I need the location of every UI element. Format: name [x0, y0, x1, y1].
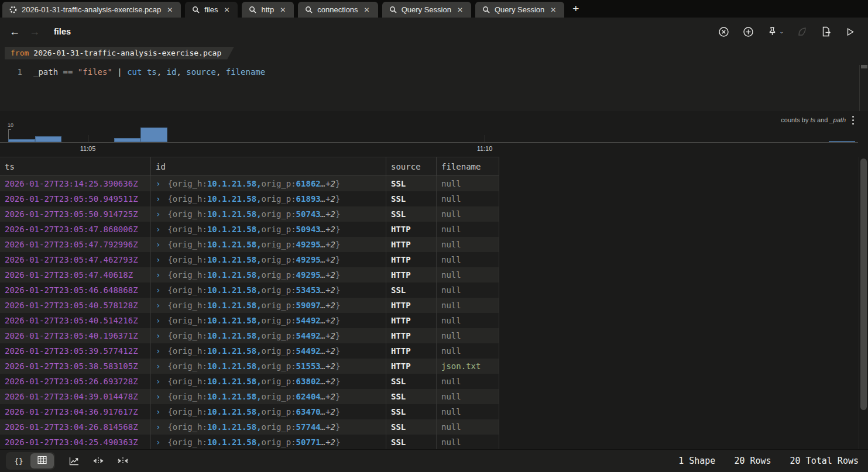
table-scrollbar[interactable] [859, 157, 868, 449]
expand-record-icon[interactable]: › [156, 407, 160, 416]
table-row[interactable]: 2026-01-27T23:04:39.014478Z › {orig_h: 1… [0, 389, 499, 404]
id-ip-value: 10.1.21.58, [207, 392, 262, 401]
table-row[interactable]: 2026-01-27T23:05:50.949511Z › {orig_h: 1… [0, 191, 499, 206]
id-ip-value: 10.1.21.58, [207, 407, 262, 416]
histogram-bar[interactable] [35, 136, 61, 142]
tab-close-icon[interactable]: ✕ [222, 5, 231, 15]
id-port-value: 62404 [296, 392, 321, 401]
ts-cell: 2026-01-27T23:14:25.390636Z [0, 176, 151, 191]
expand-columns-icon[interactable] [93, 457, 104, 465]
id-cell: › {orig_h: 10.1.21.58, orig_p: 49295 …+2… [151, 237, 386, 252]
expand-record-icon[interactable]: › [156, 301, 160, 310]
chart-menu-icon[interactable] [849, 116, 856, 125]
expand-record-icon[interactable]: › [156, 209, 160, 219]
expand-record-icon[interactable]: › [156, 422, 160, 432]
source-cell: SSL [386, 374, 437, 389]
id-orig-p-label: orig_p: [262, 194, 296, 204]
tab[interactable]: 2026-01-31-traffic-analysis-exercise.pca… [2, 2, 181, 18]
tab-close-icon[interactable]: ✕ [279, 5, 287, 15]
export-results-icon[interactable] [821, 26, 832, 37]
table-scrollbar-thumb[interactable] [860, 159, 867, 410]
id-orig-p-label: orig_p: [262, 407, 296, 416]
column-header-id[interactable]: id [151, 157, 386, 175]
table-row[interactable]: 2026-01-27T23:04:25.490363Z › {orig_h: 1… [0, 435, 499, 449]
json-view-button[interactable]: {} [7, 453, 30, 468]
expand-record-icon[interactable]: › [156, 377, 160, 386]
id-port-value: 50743 [296, 209, 321, 219]
cancel-query-icon[interactable] [718, 26, 729, 37]
table-row[interactable]: 2026-01-27T23:05:40.196371Z › {orig_h: 1… [0, 328, 499, 343]
filename-cell: null [437, 404, 499, 419]
table-row[interactable]: 2026-01-27T23:05:26.693728Z › {orig_h: 1… [0, 374, 499, 389]
id-close-brace: } [335, 240, 340, 249]
add-query-icon[interactable] [743, 26, 754, 37]
table-row[interactable]: 2026-01-27T23:05:40.514216Z › {orig_h: 1… [0, 313, 499, 328]
tab-close-icon[interactable]: ✕ [549, 5, 557, 15]
column-header-ts[interactable]: ts [0, 157, 151, 175]
table-row[interactable]: 2026-01-27T23:05:47.462793Z › {orig_h: 1… [0, 252, 499, 267]
expand-record-icon[interactable]: › [156, 437, 160, 447]
table-row[interactable]: 2026-01-27T23:05:39.577412Z › {orig_h: 1… [0, 343, 499, 359]
x-tick-mark [485, 135, 485, 142]
histogram-bar[interactable] [114, 138, 140, 143]
column-header-filename[interactable]: filename [437, 157, 499, 175]
table-row[interactable]: 2026-01-27T23:04:36.917617Z › {orig_h: 1… [0, 404, 499, 419]
table-row[interactable]: 2026-01-27T23:05:50.914725Z › {orig_h: 1… [0, 206, 499, 222]
table-row[interactable]: 2026-01-27T23:05:47.868006Z › {orig_h: 1… [0, 222, 499, 237]
tab[interactable]: Query Session ✕ [475, 2, 564, 18]
tab[interactable]: connections ✕ [298, 2, 378, 18]
tab-close-icon[interactable]: ✕ [166, 5, 174, 15]
expand-record-icon[interactable]: › [156, 361, 160, 371]
editor-scrollbar[interactable] [859, 65, 868, 111]
id-close-brace: } [335, 301, 340, 310]
pool-pill[interactable]: from 2026-01-31-traffic-analysis-exercis… [5, 47, 234, 60]
tab[interactable]: http ✕ [242, 2, 294, 18]
query-editor[interactable]: 1 _path == "files" | cut ts, id, source,… [0, 60, 868, 111]
tab[interactable]: Query Session ✕ [382, 2, 471, 18]
table-view-button[interactable] [30, 453, 54, 468]
source-cell: HTTP [386, 237, 437, 252]
column-header-source[interactable]: source [386, 157, 437, 175]
expand-record-icon[interactable]: › [156, 346, 160, 356]
table-row[interactable]: 2026-01-27T23:05:46.648868Z › {orig_h: 1… [0, 282, 499, 298]
forward-arrow-icon[interactable]: → [26, 26, 43, 38]
expand-record-icon[interactable]: › [156, 179, 160, 188]
table-row[interactable]: 2026-01-27T23:14:25.390636Z › {orig_h: 1… [0, 176, 499, 191]
expand-record-icon[interactable]: › [156, 255, 160, 264]
table-row[interactable]: 2026-01-27T23:04:26.814568Z › {orig_h: 1… [0, 419, 499, 435]
expand-record-icon[interactable]: › [156, 270, 160, 280]
id-more-fields: …+2 [321, 316, 335, 325]
table-row[interactable]: 2026-01-27T23:05:47.792996Z › {orig_h: 1… [0, 237, 499, 252]
expand-record-icon[interactable]: › [156, 316, 160, 325]
new-tab-button[interactable]: + [564, 2, 587, 18]
collapse-columns-icon[interactable] [118, 457, 128, 465]
tab[interactable]: files ✕ [185, 2, 238, 18]
histogram-bar[interactable] [8, 139, 35, 142]
expand-record-icon[interactable]: › [156, 194, 160, 204]
id-open-orig-h: {orig_h: [167, 179, 207, 188]
histogram-bar[interactable] [140, 128, 167, 142]
filename-cell: null [437, 328, 499, 343]
id-close-brace: } [335, 225, 340, 234]
result-stats: 1 Shape 20 Rows 20 Total Rows [678, 456, 868, 466]
tab-close-icon[interactable]: ✕ [456, 5, 464, 15]
expand-record-icon[interactable]: › [156, 285, 160, 295]
expand-record-icon[interactable]: › [156, 392, 160, 401]
expand-record-icon[interactable]: › [156, 240, 160, 249]
table-row[interactable]: 2026-01-27T23:05:40.578128Z › {orig_h: 1… [0, 298, 499, 313]
filename-cell: null [437, 206, 499, 222]
expand-record-icon[interactable]: › [156, 225, 160, 234]
id-open-orig-h: {orig_h: [167, 301, 207, 310]
id-more-fields: …+2 [321, 179, 335, 188]
tab-close-icon[interactable]: ✕ [363, 5, 371, 15]
chart-legend: counts by ts and _path [781, 116, 846, 123]
chart-view-icon[interactable] [69, 457, 79, 466]
expand-record-icon[interactable]: › [156, 331, 160, 340]
histogram-bar[interactable] [829, 141, 855, 143]
pin-dropdown-icon[interactable]: ⌄ [767, 26, 784, 37]
table-row[interactable]: 2026-01-27T23:05:47.40618Z › {orig_h: 10… [0, 267, 499, 282]
editor-scrollbar-thumb[interactable] [861, 65, 867, 68]
table-row[interactable]: 2026-01-27T23:05:38.583105Z › {orig_h: 1… [0, 359, 499, 374]
back-arrow-icon[interactable]: ← [6, 26, 23, 38]
run-query-icon[interactable] [845, 27, 855, 37]
